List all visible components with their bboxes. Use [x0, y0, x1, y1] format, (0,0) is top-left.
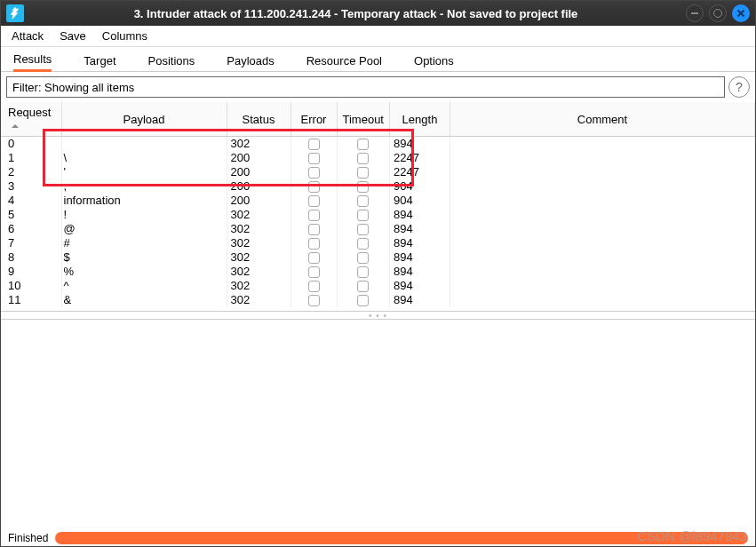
col-header-request[interactable]: Request [1, 102, 61, 137]
checkbox-icon [308, 238, 320, 250]
checkbox-icon [308, 266, 320, 278]
table-row[interactable]: 1\2002247 [1, 151, 755, 165]
cell-payload: $ [61, 250, 227, 265]
tab-options[interactable]: Options [414, 54, 454, 71]
table-row[interactable]: 3,200904 [1, 179, 755, 194]
cell-length: 2247 [389, 165, 450, 179]
cell-comment [450, 208, 754, 222]
cell-request: 3 [1, 179, 61, 194]
cell-comment [450, 222, 754, 236]
checkbox-icon [357, 167, 369, 178]
col-header-timeout[interactable]: Timeout [337, 102, 389, 137]
filter-row: Filter: Showing all items ? [6, 76, 750, 98]
cell-timeout [337, 222, 389, 236]
filter-input[interactable]: Filter: Showing all items [6, 76, 725, 98]
table-row[interactable]: 6@302894 [1, 222, 755, 236]
tab-positions[interactable]: Positions [148, 54, 195, 71]
col-header-payload[interactable]: Payload [61, 102, 227, 137]
menubar: Attack Save Columns [1, 26, 755, 47]
cell-status: 200 [227, 194, 290, 208]
window-title: 3. Intruder attack of 111.200.241.244 - … [31, 7, 680, 20]
cell-error [290, 293, 337, 307]
table-row[interactable]: 11&302894 [1, 293, 755, 307]
col-header-status[interactable]: Status [227, 102, 290, 137]
cell-status: 302 [227, 137, 290, 152]
tab-results[interactable]: Results [13, 52, 52, 72]
cell-error [290, 222, 337, 236]
menu-save[interactable]: Save [60, 29, 86, 43]
col-header-error[interactable]: Error [290, 102, 337, 137]
cell-request: 9 [1, 265, 61, 279]
results-table-area: Request Payload Status Error Timeout Len… [1, 102, 755, 312]
cell-error [290, 137, 337, 152]
cell-length: 894 [389, 236, 450, 250]
splitter-handle[interactable]: • • • [1, 312, 755, 319]
titlebar: 3. Intruder attack of 111.200.241.244 - … [1, 1, 755, 26]
table-row[interactable]: 9%302894 [1, 265, 755, 279]
cell-timeout [337, 279, 389, 293]
checkbox-icon [357, 281, 369, 292]
table-row[interactable]: 7#302894 [1, 236, 755, 250]
cell-error [290, 208, 337, 222]
cell-status: 200 [227, 151, 290, 165]
checkbox-icon [308, 281, 320, 292]
checkbox-icon [357, 295, 369, 306]
cell-length: 904 [389, 179, 450, 194]
tab-resource-pool[interactable]: Resource Pool [306, 54, 382, 71]
checkbox-icon [357, 224, 369, 235]
detail-pane [1, 319, 755, 530]
table-row[interactable]: 10^302894 [1, 279, 755, 293]
checkbox-icon [308, 195, 320, 207]
cell-length: 894 [389, 265, 450, 279]
cell-error [290, 279, 337, 293]
cell-error [290, 194, 337, 208]
cell-error [290, 265, 337, 279]
cell-payload [61, 137, 227, 152]
checkbox-icon [357, 153, 369, 164]
menu-columns[interactable]: Columns [102, 29, 147, 43]
cell-length: 894 [389, 137, 450, 152]
cell-comment [450, 151, 754, 165]
cell-request: 5 [1, 208, 61, 222]
cell-status: 200 [227, 165, 290, 179]
checkbox-icon [308, 252, 320, 264]
cell-request: 10 [1, 279, 61, 293]
status-text: Finished [8, 532, 48, 544]
cell-length: 894 [389, 293, 450, 307]
cell-payload: % [61, 265, 227, 279]
checkbox-icon [308, 139, 320, 150]
help-button[interactable]: ? [728, 76, 750, 98]
cell-error [290, 151, 337, 165]
cell-status: 302 [227, 236, 290, 250]
col-header-comment[interactable]: Comment [450, 102, 754, 137]
cell-status: 302 [227, 222, 290, 236]
cell-status: 302 [227, 293, 290, 307]
tab-target[interactable]: Target [84, 54, 115, 71]
cell-status: 200 [227, 179, 290, 194]
table-row[interactable]: 0302894 [1, 137, 755, 152]
cell-payload: & [61, 293, 227, 307]
menu-attack[interactable]: Attack [12, 29, 44, 43]
table-row[interactable]: 8$302894 [1, 250, 755, 265]
cell-timeout [337, 236, 389, 250]
cell-length: 2247 [389, 151, 450, 165]
col-header-length[interactable]: Length [389, 102, 450, 137]
table-row[interactable]: 4information200904 [1, 194, 755, 208]
checkbox-icon [308, 295, 320, 306]
cell-payload: ! [61, 208, 227, 222]
cell-timeout [337, 165, 389, 179]
cell-status: 302 [227, 279, 290, 293]
cell-comment [450, 293, 754, 307]
checkbox-icon [308, 167, 320, 178]
close-button[interactable] [732, 4, 750, 22]
results-table: Request Payload Status Error Timeout Len… [1, 102, 755, 307]
table-row[interactable]: 5!302894 [1, 208, 755, 222]
tab-payloads[interactable]: Payloads [227, 54, 274, 71]
minimize-button[interactable] [686, 4, 704, 22]
cell-payload: @ [61, 222, 227, 236]
cell-length: 894 [389, 208, 450, 222]
cell-comment [450, 137, 754, 152]
cell-comment [450, 265, 754, 279]
maximize-button[interactable] [709, 4, 727, 22]
table-row[interactable]: 2'2002247 [1, 165, 755, 179]
